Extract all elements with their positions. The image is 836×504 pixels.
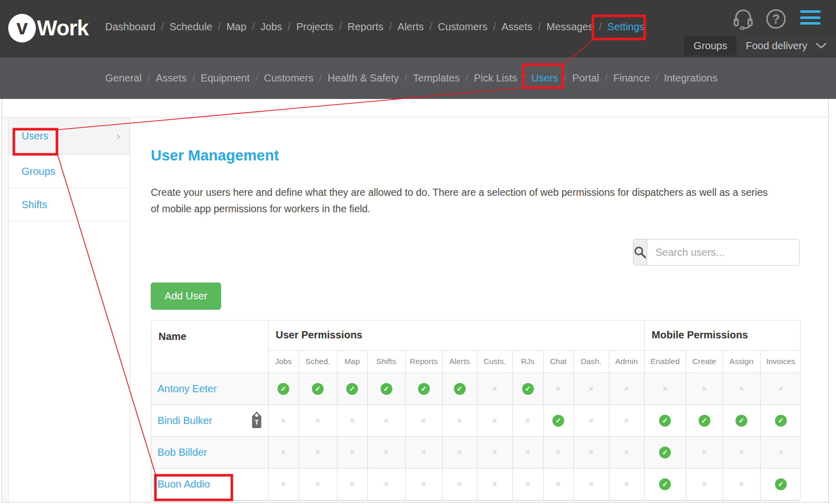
cross-icon: ✕ xyxy=(457,480,463,488)
nav-item-settings[interactable]: Settings xyxy=(607,21,644,33)
separator: / xyxy=(192,72,195,84)
cross-icon: ✕ xyxy=(624,385,629,393)
perm-rjs: ✓ xyxy=(512,373,543,405)
search-users-input[interactable] xyxy=(647,239,800,265)
subnav-item-customers[interactable]: Customers xyxy=(264,72,314,84)
page-title: User Management xyxy=(151,147,279,164)
column-header-shifts[interactable]: Shifts xyxy=(367,350,405,373)
check-icon: ✓ xyxy=(735,415,747,427)
column-header-dash[interactable]: Dash. xyxy=(573,350,609,373)
subnav-item-portal[interactable]: Portal xyxy=(572,72,599,84)
help-glyph: ? xyxy=(772,12,780,27)
page-description: Create your users here and define what t… xyxy=(151,184,769,217)
nav-item-messages[interactable]: Messages xyxy=(547,21,593,33)
separator: / xyxy=(218,21,221,33)
search-box xyxy=(633,239,800,266)
column-header-rjs[interactable]: RJs xyxy=(512,350,543,373)
separator: / xyxy=(523,72,526,84)
cross-icon: ✕ xyxy=(702,385,707,393)
check-icon: ✓ xyxy=(346,383,358,395)
perm-create: ✕ xyxy=(686,373,723,405)
cross-icon: ✕ xyxy=(349,480,355,488)
perm-reports: ✕ xyxy=(405,436,442,468)
nav-item-customers[interactable]: Customers xyxy=(438,21,488,33)
sidebar-item-shifts[interactable]: Shifts xyxy=(9,188,130,221)
user-link-bob-billder[interactable]: Bob Billder xyxy=(157,447,207,458)
check-icon: ✓ xyxy=(659,478,671,490)
column-header-sched[interactable]: Sched. xyxy=(298,350,337,373)
column-header-custs[interactable]: Custs. xyxy=(477,350,512,373)
perm-admin: ✕ xyxy=(609,436,644,468)
column-header-assign[interactable]: Assign xyxy=(723,350,760,373)
separator: / xyxy=(319,72,322,84)
group-selector[interactable]: Food delivery xyxy=(737,36,814,55)
check-icon: ✓ xyxy=(775,415,787,427)
column-header-jobs[interactable]: Jobs xyxy=(268,350,298,373)
nav-item-dashboard[interactable]: Dashboard xyxy=(105,21,155,33)
column-header-alerts[interactable]: Alerts xyxy=(442,350,477,373)
chevron-down-icon[interactable] xyxy=(814,36,836,55)
menu-icon[interactable] xyxy=(800,10,821,25)
sidebar-item-groups[interactable]: Groups xyxy=(9,155,130,188)
subnav-item-equipment[interactable]: Equipment xyxy=(201,72,250,84)
subnav-item-integrations[interactable]: Integrations xyxy=(664,72,718,84)
nav-item-schedule[interactable]: Schedule xyxy=(169,21,212,33)
cross-icon: ✕ xyxy=(349,417,355,425)
column-header-enabled[interactable]: Enabled xyxy=(644,350,686,373)
help-icon[interactable]: ? xyxy=(766,9,786,29)
user-link-antony-eeter[interactable]: Antony Eeter xyxy=(157,383,217,394)
cross-icon: ✕ xyxy=(702,449,707,456)
table-row-bob-billder: Bob Billder✕✕✕✕✕✕✕✕✕✕✕✓✕✕✕ xyxy=(151,436,801,468)
subnav-item-pick-lists[interactable]: Pick Lists xyxy=(474,72,517,84)
subnav-item-finance[interactable]: Finance xyxy=(613,72,650,84)
groups-tab[interactable]: Groups xyxy=(684,36,737,55)
subnav-item-general[interactable]: General xyxy=(105,72,142,84)
subnav-item-users[interactable]: Users xyxy=(531,72,558,84)
perm-dash: ✕ xyxy=(573,405,609,436)
cross-icon: ✕ xyxy=(384,480,389,488)
svg-text:T: T xyxy=(254,418,258,426)
vwork-logo[interactable]: v Work xyxy=(8,12,88,44)
cross-icon: ✕ xyxy=(624,417,629,425)
perm-shifts: ✕ xyxy=(367,436,405,468)
subnav-item-templates[interactable]: Templates xyxy=(413,72,460,84)
nav-item-jobs[interactable]: Jobs xyxy=(261,21,282,33)
column-header-admin[interactable]: Admin xyxy=(609,350,644,373)
user-link-buon-addio[interactable]: Buon Addio xyxy=(157,478,210,490)
cross-icon: ✕ xyxy=(492,417,497,425)
nav-item-map[interactable]: Map xyxy=(226,21,246,33)
subnav-item-health-safety[interactable]: Health & Safety xyxy=(328,72,399,84)
nav-item-projects[interactable]: Projects xyxy=(296,21,333,33)
column-header-invoices[interactable]: Invoices xyxy=(760,350,801,373)
column-header-chat[interactable]: Chat xyxy=(543,350,573,373)
column-header-name[interactable]: Name xyxy=(151,320,268,373)
cross-icon: ✕ xyxy=(281,449,286,456)
perm-jobs: ✕ xyxy=(268,468,298,500)
separator: / xyxy=(255,72,258,84)
perm-enabled: ✓ xyxy=(644,405,686,436)
nav-item-alerts[interactable]: Alerts xyxy=(397,21,424,33)
search-icon xyxy=(633,239,647,265)
support-headset-icon[interactable] xyxy=(732,7,754,32)
column-header-map[interactable]: Map xyxy=(337,350,367,373)
separator: / xyxy=(465,72,468,84)
add-user-button[interactable]: Add User xyxy=(151,283,221,310)
user-link-bindi-bulker[interactable]: Bindi Bulker xyxy=(157,415,212,426)
column-header-create[interactable]: Create xyxy=(686,350,723,373)
perm-chat: ✕ xyxy=(543,436,573,468)
settings-sidebar: Users›GroupsShifts xyxy=(8,117,130,502)
top-nav: Dashboard/Schedule/Map/Jobs/Projects/Rep… xyxy=(105,0,645,53)
sidebar-item-users[interactable]: Users› xyxy=(9,117,130,155)
cross-icon: ✕ xyxy=(525,480,531,488)
cross-icon: ✕ xyxy=(555,449,561,456)
cross-icon: ✕ xyxy=(739,449,744,456)
cross-icon: ✕ xyxy=(525,449,531,456)
users-table: NameUser PermissionsMobile PermissionsJo… xyxy=(151,320,801,500)
nav-item-reports[interactable]: Reports xyxy=(347,21,383,33)
check-icon: ✓ xyxy=(418,383,430,395)
subnav-item-assets[interactable]: Assets xyxy=(156,72,187,84)
check-icon: ✓ xyxy=(552,415,564,427)
column-header-reports[interactable]: Reports xyxy=(405,350,442,373)
nav-item-assets[interactable]: Assets xyxy=(502,21,532,33)
perm-alerts: ✕ xyxy=(442,468,477,500)
